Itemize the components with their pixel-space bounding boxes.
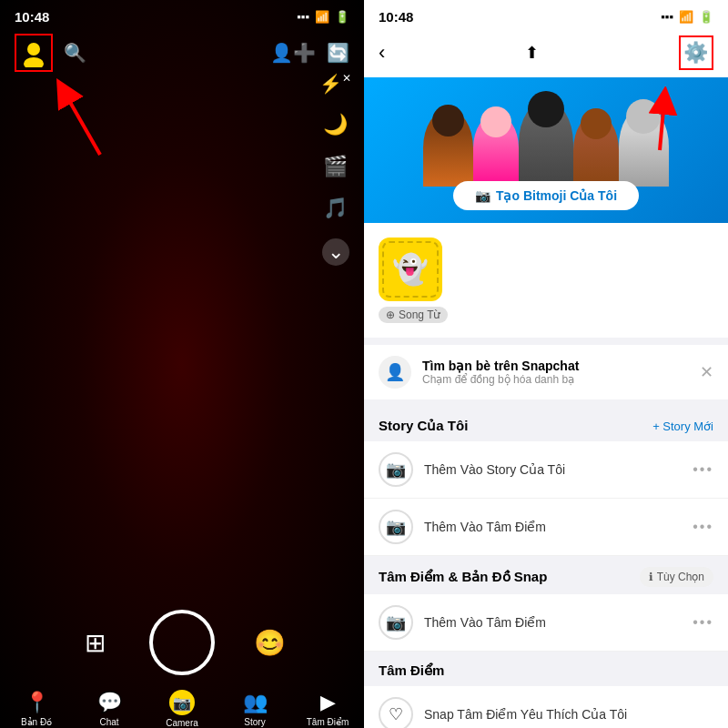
avatar-3 [519, 100, 573, 187]
username-badge: ⊕ Song Từ [379, 307, 448, 323]
right-signal-icon: ▪▪▪ [661, 10, 673, 24]
nav-map[interactable]: 📍 Bản Đồ [9, 691, 64, 727]
nav-spotlight-label: Tâm Điểm [307, 717, 349, 727]
story-item-1-label: Thêm Vào Story Của Tôi [424, 462, 682, 477]
content-scroll[interactable]: 👻 ⊕ Song Từ 👤 Tìm bạn bè trên Snapchat C… [364, 223, 728, 728]
camera-controls: ⊞ 😊 [0, 601, 364, 682]
story-item-1-menu[interactable]: ••• [693, 461, 713, 478]
tam-diem2-section-header: Tâm Điểm [364, 652, 728, 686]
story-item-2-label: Thêm Vào Tâm Điểm [424, 520, 682, 534]
snap-yeu-thich-label: Snap Tâm Điểm Yêu Thích Của Tôi [424, 707, 713, 722]
camera-bottom: ⊞ 😊 📍 Bản Đồ 💬 Chat 📷 Camera 👥 Story [0, 601, 364, 728]
camera-circle-icon: 📷 [475, 188, 490, 203]
tam-diem-items-container: 📷 Thêm Vào Tâm Điểm ••• [364, 594, 728, 652]
filter-icon[interactable]: 🎬 [323, 155, 348, 178]
info-icon: ℹ [649, 571, 653, 583]
find-friends-sub: Chạm để đồng bộ hóa danh bạ [422, 373, 689, 386]
left-status-bar: 10:48 ▪▪▪ 📶 🔋 [0, 0, 364, 30]
right-header: ‹ ⬆ ⚙️ [364, 30, 728, 77]
back-button[interactable]: ‹ [379, 41, 385, 65]
nav-story[interactable]: 👥 Story [228, 691, 282, 727]
nav-story-label: Story [244, 717, 265, 727]
flip-camera-button[interactable]: 🔄 [327, 42, 349, 64]
nav-map-label: Bản Đồ [21, 717, 52, 727]
right-time: 10:48 [379, 9, 413, 25]
story-item-2-menu[interactable]: ••• [693, 519, 713, 535]
music-icon[interactable]: 🎵 [323, 197, 348, 220]
flash-off-icon[interactable]: ⚡✕ [319, 73, 351, 95]
story-items-container: 📷 Thêm Vào Story Của Tôi ••• 📷 Thêm Vào … [364, 441, 728, 556]
night-mode-icon[interactable]: 🌙 [323, 113, 348, 136]
story-item-1-icon: 📷 [379, 452, 413, 487]
username-row: ⊕ Song Từ [379, 307, 713, 323]
right-panel: 10:48 ▪▪▪ 📶 🔋 ‹ ⬆ ⚙️ [364, 0, 728, 728]
left-top-left: 🔍 [15, 34, 86, 72]
tam-diem-item-1[interactable]: 📷 Thêm Vào Tâm Điểm ••• [364, 594, 728, 652]
gear-icon: ⚙️ [683, 41, 708, 65]
left-panel: 10:48 ▪▪▪ 📶 🔋 🔍 👤➕ 🔄 [0, 0, 364, 728]
shutter-button[interactable] [149, 610, 215, 675]
svg-point-0 [27, 43, 40, 56]
bitmoji-banner: 📷 Tạo Bitmoji Của Tôi [364, 77, 728, 223]
tam-diem2-items-container: ♡ Snap Tâm Điểm Yêu Thích Của Tôi [364, 686, 728, 728]
nav-chat[interactable]: 💬 Chat [82, 691, 136, 727]
nav-camera[interactable]: 📷 Camera [155, 690, 209, 728]
add-friend-button[interactable]: 👤➕ [270, 42, 316, 64]
right-battery-icon: 🔋 [699, 10, 713, 24]
left-time: 10:48 [15, 9, 49, 25]
svg-line-5 [660, 100, 664, 150]
tam-diem-item-1-menu[interactable]: ••• [693, 614, 713, 631]
tuychon-label: Tùy Chọn [657, 571, 704, 583]
nav-spotlight[interactable]: ▶ Tâm Điểm [300, 691, 355, 727]
map-icon: 📍 [25, 691, 49, 714]
snap-yeu-thich-icon: ♡ [379, 697, 413, 728]
profile-button[interactable] [15, 34, 53, 72]
left-status-icons: ▪▪▪ 📶 🔋 [297, 10, 349, 24]
snapcode-row: 👻 [379, 238, 713, 301]
tuychon-button[interactable]: ℹ Tùy Chọn [640, 567, 713, 587]
story-section-title: Story Của Tôi [379, 418, 468, 434]
find-friends-icon: 👤 [379, 356, 411, 389]
profile-section: 👻 ⊕ Song Từ [364, 223, 728, 338]
left-top-icons: 🔍 👤➕ 🔄 [0, 30, 364, 76]
star-icon: ⊕ [386, 308, 395, 321]
bottom-nav: 📍 Bản Đồ 💬 Chat 📷 Camera 👥 Story ▶ Tâm Đ… [0, 682, 364, 728]
camera-active-icon: 📷 [169, 690, 195, 715]
right-header-btns: 👤➕ 🔄 [270, 42, 349, 64]
story-item-2-icon: 📷 [379, 510, 413, 544]
more-options-icon[interactable]: ⌄ [322, 238, 349, 266]
right-wifi-icon: 📶 [679, 10, 693, 24]
find-friends-card[interactable]: 👤 Tìm bạn bè trên Snapchat Chạm để đồng … [364, 345, 728, 399]
avatar-1 [423, 109, 473, 187]
nav-chat-label: Chat [99, 717, 118, 727]
tam-diem2-title: Tâm Điểm [379, 662, 444, 679]
right-status-icons: ▪▪▪ 📶 🔋 [661, 10, 713, 24]
tam-diem-item-1-label: Thêm Vào Tâm Điểm [424, 615, 682, 630]
share-button[interactable]: ⬆ [525, 43, 539, 63]
right-status-bar: 10:48 ▪▪▪ 📶 🔋 [364, 0, 728, 30]
find-friends-title: Tìm bạn bè trên Snapchat [422, 359, 689, 373]
story-item-2[interactable]: 📷 Thêm Vào Tâm Điểm ••• [364, 499, 728, 556]
username-text: Song Từ [399, 308, 440, 321]
avatar-4 [573, 114, 619, 187]
story-new-button[interactable]: + Story Mới [652, 420, 713, 433]
snapcode-image[interactable]: 👻 [379, 238, 442, 301]
story-section-header: Story Của Tôi + Story Mới [364, 407, 728, 441]
tam-diem-section-header: Tâm Điểm & Bản Đồ Snap ℹ Tùy Chọn [364, 556, 728, 594]
avatar-2 [473, 114, 519, 182]
snap-yeu-thich-item[interactable]: ♡ Snap Tâm Điểm Yêu Thích Của Tôi [364, 686, 728, 728]
profile-silhouette [19, 38, 48, 67]
camera-options: ⚡✕ 🌙 🎬 🎵 ⌄ [319, 73, 351, 266]
settings-button[interactable]: ⚙️ [679, 35, 713, 70]
story-item-1[interactable]: 📷 Thêm Vào Story Của Tôi ••• [364, 441, 728, 499]
battery-icon: 🔋 [335, 10, 349, 24]
signal-icon: ▪▪▪ [297, 10, 309, 24]
dismiss-find-friends-button[interactable]: ✕ [700, 362, 713, 382]
create-bitmoji-button[interactable]: 📷 Tạo Bitmoji Của Tôi [453, 181, 639, 210]
tam-diem-item-1-icon: 📷 [379, 605, 413, 640]
bitmoji-lens-button[interactable]: 😊 [251, 624, 288, 661]
svg-point-1 [24, 57, 44, 67]
nav-camera-label: Camera [166, 718, 198, 728]
search-button[interactable]: 🔍 [64, 42, 86, 64]
gallery-button[interactable]: ⊞ [76, 624, 113, 661]
